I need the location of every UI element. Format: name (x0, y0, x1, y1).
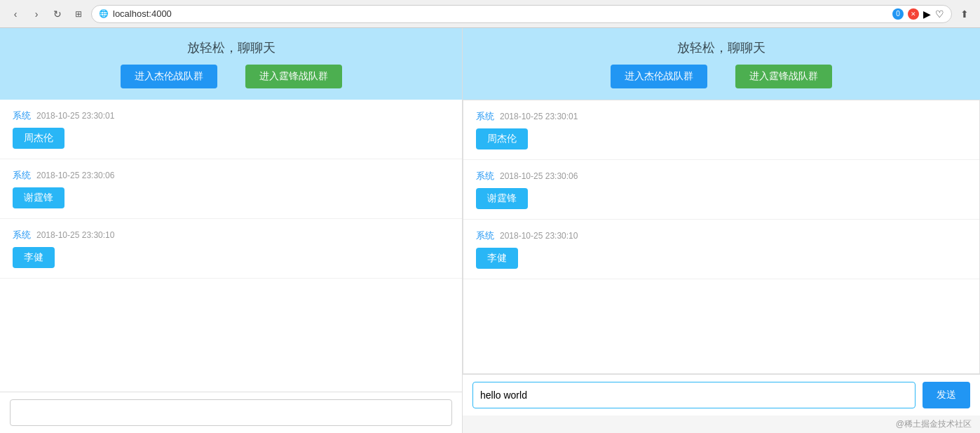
left-meta-2: 系统 2018-10-25 23:30:06 (13, 169, 449, 182)
left-btn-霆锋[interactable]: 进入霆锋战队群 (245, 65, 342, 88)
address-bar: 🌐 localhost:4000 0 ✕ ▶ ♡ (91, 5, 952, 23)
message-time-2: 2018-10-25 23:30:06 (500, 171, 578, 181)
refresh-button[interactable]: ↻ (49, 6, 66, 22)
left-message-2: 系统 2018-10-25 23:30:06 谢霆锋 (0, 159, 462, 219)
grid-button[interactable]: ⊞ (70, 6, 87, 22)
left-bubble-2[interactable]: 谢霆锋 (13, 187, 64, 208)
message-bubble-1[interactable]: 周杰伦 (476, 128, 528, 149)
left-system-2: 系统 (13, 169, 31, 182)
message-item-2: 系统 2018-10-25 23:30:06 谢霆锋 (463, 160, 979, 220)
left-chat-messages: 系统 2018-10-25 23:30:01 周杰伦 系统 2018-10-25… (0, 100, 462, 392)
system-label-3: 系统 (476, 229, 494, 242)
left-btn-jay[interactable]: 进入杰伦战队群 (121, 65, 217, 88)
message-time-1: 2018-10-25 23:30:01 (500, 112, 578, 121)
left-time-1: 2018-10-25 23:30:01 (36, 111, 114, 121)
message-meta-3: 系统 2018-10-25 23:30:10 (476, 229, 967, 242)
message-time-3: 2018-10-25 23:30:10 (500, 231, 578, 241)
chat-title: 放轻松，聊聊天 (477, 39, 966, 56)
send-button[interactable]: 发送 (923, 382, 970, 408)
footer-credit: @稀土掘金技术社区 (463, 415, 980, 433)
left-bubble-1[interactable]: 周杰伦 (13, 128, 64, 149)
back-button[interactable]: ‹ (7, 6, 24, 22)
message-meta-2: 系统 2018-10-25 23:30:06 (476, 170, 967, 182)
left-chat-input[interactable] (10, 399, 452, 426)
right-panel: 放轻松，聊聊天 进入杰伦战队群 进入霆锋战队群 系统 2018-10-25 23… (463, 28, 980, 433)
chat-input-area: 发送 (463, 374, 980, 415)
badge-count: 0 (892, 8, 904, 20)
heart-icon: ♡ (935, 8, 944, 20)
left-input-area (0, 392, 462, 433)
message-item-3: 系统 2018-10-25 23:30:10 李健 (463, 220, 979, 279)
main-area: 放轻松，聊聊天 进入杰伦战队群 进入霆锋战队群 系统 2018-10-25 23… (0, 28, 980, 433)
left-message-3: 系统 2018-10-25 23:30:10 李健 (0, 219, 462, 279)
lock-icon: 🌐 (99, 9, 109, 18)
btn-霆锋[interactable]: 进入霆锋战队群 (735, 65, 832, 88)
chat-header: 放轻松，聊聊天 进入杰伦战队群 进入霆锋战队群 (463, 28, 980, 100)
browser-chrome: ‹ › ↻ ⊞ 🌐 localhost:4000 0 ✕ ▶ ♡ ⬆ (0, 0, 980, 28)
arrow-icon: ▶ (923, 8, 931, 20)
share-button[interactable]: ⬆ (956, 6, 973, 22)
left-bubble-3[interactable]: 李健 (13, 247, 55, 268)
left-header-buttons: 进入杰伦战队群 进入霆锋战队群 (14, 65, 448, 88)
chat-input[interactable] (472, 382, 916, 408)
system-label-2: 系统 (476, 170, 494, 182)
message-meta-1: 系统 2018-10-25 23:30:01 (476, 110, 967, 123)
left-system-3: 系统 (13, 229, 31, 241)
left-panel: 放轻松，聊聊天 进入杰伦战队群 进入霆锋战队群 系统 2018-10-25 23… (0, 28, 463, 433)
forward-button[interactable]: › (28, 6, 45, 22)
btn-jay[interactable]: 进入杰伦战队群 (611, 65, 707, 88)
chat-header-buttons: 进入杰伦战队群 进入霆锋战队群 (477, 65, 966, 88)
left-message-1: 系统 2018-10-25 23:30:01 周杰伦 (0, 100, 462, 159)
left-meta-1: 系统 2018-10-25 23:30:01 (13, 109, 449, 122)
chat-messages: 系统 2018-10-25 23:30:01 周杰伦 系统 2018-10-25… (463, 100, 980, 374)
message-bubble-2[interactable]: 谢霆锋 (476, 188, 528, 209)
system-label-1: 系统 (476, 110, 494, 123)
message-item-1: 系统 2018-10-25 23:30:01 周杰伦 (463, 100, 979, 160)
left-title: 放轻松，聊聊天 (14, 39, 448, 56)
credit-text: @稀土掘金技术社区 (896, 419, 972, 429)
close-badge: ✕ (908, 8, 919, 20)
left-time-2: 2018-10-25 23:30:06 (36, 171, 114, 180)
left-system-1: 系统 (13, 109, 31, 122)
left-time-3: 2018-10-25 23:30:10 (36, 230, 114, 240)
browser-actions: ⬆ (956, 6, 973, 22)
left-chat-header: 放轻松，聊聊天 进入杰伦战队群 进入霆锋战队群 (0, 28, 462, 100)
message-bubble-3[interactable]: 李健 (476, 248, 518, 269)
url-text: localhost:4000 (113, 8, 888, 19)
left-meta-3: 系统 2018-10-25 23:30:10 (13, 229, 449, 241)
